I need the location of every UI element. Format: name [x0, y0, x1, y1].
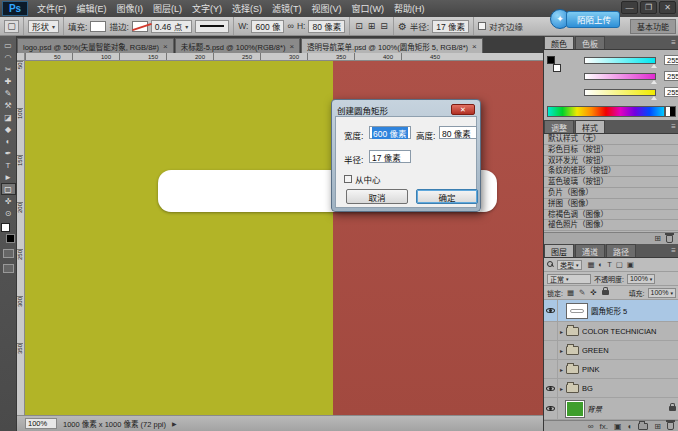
filter-icon[interactable]: ▣: [626, 260, 635, 269]
menu-item[interactable]: 图像(I): [112, 2, 149, 15]
fill-swatch[interactable]: [90, 21, 106, 32]
tool-button[interactable]: ✒: [1, 147, 16, 159]
fg-bg-indicator[interactable]: [547, 56, 561, 72]
fill-dropdown[interactable]: 100%: [648, 288, 676, 298]
tab-close-icon[interactable]: ×: [472, 42, 477, 51]
blend-mode-dropdown[interactable]: 正常: [547, 274, 591, 284]
lock-all-icon[interactable]: [602, 290, 609, 295]
menu-item[interactable]: 图层(L): [148, 2, 187, 15]
layer-name[interactable]: 背景: [587, 403, 669, 414]
document-tab[interactable]: logo.psd @ 50%(矢量智能对象, RGB/8#) ×: [17, 38, 174, 53]
document-tab[interactable]: 透明导航菜单.psd @ 100%(圆角矩形 5, RGB/8*) ×: [301, 38, 483, 53]
layer-row[interactable]: ▸ BG: [544, 379, 678, 398]
opacity-dropdown[interactable]: 100%: [627, 274, 655, 284]
layer-mask-icon[interactable]: ▣: [614, 422, 622, 431]
tool-button[interactable]: T: [1, 159, 16, 171]
stroke-type-dropdown[interactable]: [195, 20, 229, 33]
color-spectrum-ramp[interactable]: [547, 106, 665, 117]
panel-tab[interactable]: 图层: [544, 244, 574, 257]
menu-item[interactable]: 滤镜(T): [267, 2, 307, 15]
restore-button[interactable]: ❐: [640, 1, 657, 14]
layer-name[interactable]: GREEN: [582, 346, 669, 355]
dialog-radius-input[interactable]: 17 像素: [369, 150, 411, 163]
tool-button[interactable]: ✚: [1, 75, 16, 87]
dialog-close-button[interactable]: ✕: [451, 104, 475, 115]
tool-button[interactable]: ▢: [1, 183, 16, 195]
menu-item[interactable]: 帮助(H): [389, 2, 430, 15]
style-list-item[interactable]: 双环发光（按钮）: [544, 156, 678, 167]
lock-transparent-icon[interactable]: ▦: [566, 288, 575, 297]
menu-item[interactable]: 文字(Y): [187, 2, 227, 15]
layer-row[interactable]: ▸ PINK: [544, 360, 678, 379]
new-layer-icon[interactable]: ⊞: [654, 422, 661, 431]
gear-icon[interactable]: ⚙: [398, 21, 407, 32]
tool-preset-icon[interactable]: ▢: [4, 20, 19, 33]
background-color-swatch[interactable]: [6, 234, 15, 243]
color-slider[interactable]: [584, 89, 656, 96]
panel-tab[interactable]: 调整: [544, 120, 574, 133]
tool-mode-dropdown[interactable]: 形状: [28, 20, 59, 33]
group-expand-icon[interactable]: ▸: [558, 328, 565, 335]
filter-icon[interactable]: T: [606, 260, 613, 269]
layer-name[interactable]: PINK: [582, 365, 669, 374]
upload-button[interactable]: 陌陌上传: [566, 11, 620, 28]
visibility-toggle[interactable]: [546, 405, 555, 412]
adjustment-layer-icon[interactable]: ◐: [627, 422, 632, 431]
boolean-op-icon[interactable]: ⊞: [367, 21, 377, 31]
color-slider[interactable]: [584, 57, 656, 64]
tool-button[interactable]: ◪: [1, 111, 16, 123]
shape-height-input[interactable]: 80 像素: [308, 20, 345, 33]
tool-button[interactable]: ◐: [1, 135, 16, 147]
panel-tab[interactable]: 色板: [575, 36, 605, 49]
tool-button[interactable]: ◆: [1, 123, 16, 135]
group-expand-icon[interactable]: ▸: [558, 366, 565, 373]
panel-menu-icon[interactable]: ≡: [671, 246, 676, 255]
new-style-icon[interactable]: ⊞: [654, 234, 661, 243]
layer-name[interactable]: COLOR TECHNICIAN: [582, 327, 669, 336]
status-options-caret[interactable]: ▶: [172, 420, 177, 427]
filter-icon[interactable]: ▢: [615, 260, 624, 269]
cancel-button[interactable]: 取消: [346, 189, 408, 204]
stroke-width-dropdown[interactable]: 0.46 点: [151, 20, 192, 33]
tool-button[interactable]: ▭: [1, 39, 16, 51]
layer-row[interactable]: ▸ 背景: [544, 398, 678, 420]
link-dimensions-icon[interactable]: ∞: [287, 21, 293, 31]
dialog-height-input[interactable]: 80 像素: [439, 126, 477, 139]
style-list-item[interactable]: 默认样式（无）: [544, 134, 678, 145]
filter-type-dropdown[interactable]: 类型: [557, 260, 582, 270]
align-edges-checkbox[interactable]: [478, 22, 486, 30]
visibility-toggle[interactable]: [546, 385, 555, 392]
minimize-button[interactable]: —: [621, 1, 638, 14]
panel-tab[interactable]: 通道: [575, 244, 605, 257]
tool-button[interactable]: ⊙: [1, 207, 16, 219]
screen-mode-icon[interactable]: [3, 264, 14, 273]
menu-item[interactable]: 选择(S): [227, 2, 267, 15]
boolean-op-icon[interactable]: ⊟: [379, 21, 389, 31]
style-list-item[interactable]: 褪色照片（图像）: [544, 220, 678, 231]
tool-button[interactable]: ✎: [1, 87, 16, 99]
menu-item[interactable]: 窗口(W): [347, 2, 390, 15]
stroke-swatch[interactable]: [132, 21, 148, 32]
tab-close-icon[interactable]: ×: [163, 42, 168, 51]
layer-name[interactable]: 圆角矩形 5: [591, 305, 669, 316]
shape-width-input[interactable]: 600 像: [251, 20, 284, 33]
tool-button[interactable]: ✂: [1, 63, 16, 75]
menu-item[interactable]: 视图(V): [307, 2, 347, 15]
ok-button[interactable]: 确定: [416, 189, 478, 204]
dialog-title-bar[interactable]: 创建圆角矩形 ✕: [335, 103, 477, 116]
visibility-toggle[interactable]: [546, 307, 555, 314]
layer-style-icon[interactable]: fx.: [599, 422, 607, 431]
tool-button[interactable]: ◠: [1, 51, 16, 63]
group-expand-icon[interactable]: ▸: [558, 347, 565, 354]
tab-close-icon[interactable]: ×: [289, 42, 294, 51]
document-tab[interactable]: 未标题-5.psd @ 100%(RGB/8*) ×: [175, 38, 300, 53]
delete-style-icon[interactable]: [666, 235, 673, 243]
dialog-width-input[interactable]: 600 像素: [369, 126, 411, 139]
new-group-icon[interactable]: [638, 423, 648, 430]
lock-image-icon[interactable]: ✎: [578, 288, 586, 297]
radius-input[interactable]: 17 像素: [432, 20, 469, 33]
boolean-op-icon[interactable]: ⊡: [354, 21, 364, 31]
layer-row[interactable]: ▸ GREEN: [544, 341, 678, 360]
delete-layer-icon[interactable]: [667, 422, 674, 430]
layer-row[interactable]: ▸ COLOR TECHNICIAN: [544, 322, 678, 341]
